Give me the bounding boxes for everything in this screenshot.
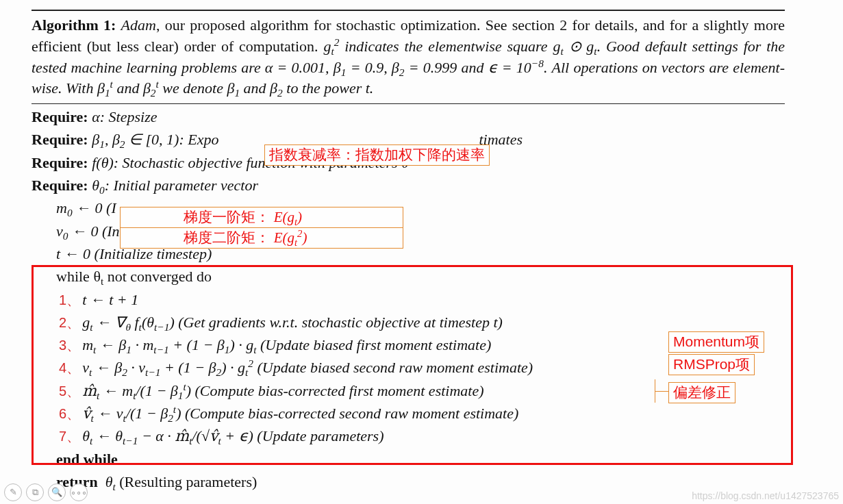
step-index: 4、	[59, 358, 80, 377]
annotation-math: E(gt2)	[274, 229, 307, 246]
algorithm-block: Algorithm 1: Adam, our proposed algorith…	[32, 10, 785, 494]
step-index: 3、	[59, 336, 80, 355]
require-keyword: Require:	[32, 175, 92, 197]
edit-button[interactable]: ✎	[4, 483, 22, 501]
step-index: 1、	[59, 290, 80, 310]
annotation-decay-rate: 指数衰减率：指数加权下降的速率	[264, 144, 490, 166]
return-line: return θt (Resulting parameters)	[32, 472, 785, 493]
step-index: 2、	[59, 313, 80, 332]
more-button[interactable]: ∘∘∘	[70, 483, 88, 501]
annotation-text: RMSProp项	[673, 356, 750, 372]
require-text: θ0: Initial parameter vector	[92, 175, 258, 197]
group-button[interactable]: ⧉	[26, 483, 44, 501]
require-line: Require: θ0: Initial parameter vector	[32, 175, 785, 197]
step-index: 6、	[59, 404, 80, 423]
pencil-icon: ✎	[10, 487, 17, 498]
init-text: m0 ← 0 (I	[56, 198, 116, 219]
annotation-connector	[655, 391, 668, 392]
annotation-text: 指数衰减率：指数加权下降的速率	[269, 147, 485, 162]
annotation-text: 梯度一阶矩：	[184, 209, 270, 225]
rule-top	[32, 10, 785, 11]
init-text: v0 ← 0 (In	[56, 221, 120, 242]
annotation-math: E(gt)	[274, 209, 302, 225]
step-text: θt ← θt−1 − α · m̂t/(√v̂t + ϵ) (Update p…	[82, 426, 383, 447]
zoom-button[interactable]: 🔍	[48, 483, 66, 501]
annotation-bias-correction: 偏差修正	[668, 382, 735, 403]
loop-step: 6、v̂t ← vt/(1 − β2t) (Compute bias-corre…	[32, 403, 785, 425]
require-text: β1, β2 ∈ [0, 1): Expo	[92, 129, 218, 151]
page-root: Algorithm 1: Adam, our proposed algorith…	[0, 0, 843, 504]
require-line: Require: α: Stepsize	[32, 107, 785, 128]
step-index: 7、	[59, 427, 80, 446]
algorithm-name: Adam	[121, 16, 156, 34]
annotation-first-moment: 梯度一阶矩： E(gt)	[120, 207, 403, 228]
bottom-toolbar: ✎ ⧉ 🔍 ∘∘∘	[4, 483, 88, 501]
step-text: v̂t ← vt/(1 − β2t) (Compute bias-correct…	[82, 403, 518, 425]
step-index: 5、	[59, 381, 80, 401]
annotation-second-moment: 梯度二阶矩： E(gt2)	[120, 227, 403, 249]
while-line: while θt not converged do	[32, 266, 785, 288]
annotation-connector	[655, 379, 655, 403]
step-text: m̂t ← mt/(1 − β1t) (Compute bias-correct…	[82, 381, 483, 402]
annotation-text: 偏差修正	[673, 384, 731, 400]
algorithm-caption: Algorithm 1: Adam, our proposed algorith…	[32, 15, 785, 99]
ellipsis-icon: ∘∘∘	[71, 487, 87, 498]
watermark: https://blog.csdn.net/u1427523765	[692, 490, 839, 501]
squares-icon: ⧉	[32, 487, 38, 498]
step-text: vt ← β2 · vt−1 + (1 − β2) · gt2 (Update …	[82, 357, 533, 379]
step-text: t ← t + 1	[82, 290, 138, 311]
annotation-momentum: Momentum项	[668, 331, 764, 353]
magnifier-icon: 🔍	[51, 487, 62, 498]
while-text: while θt not converged do	[56, 266, 212, 288]
endwhile-line: end while	[32, 449, 785, 470]
rule-mid	[32, 103, 785, 104]
loop-step: 2、gt ← ∇θ ft(θt−1) (Get gradients w.r.t.…	[32, 312, 785, 333]
step-text: mt ← β1 · mt−1 + (1 − β1) · gt (Update b…	[82, 335, 491, 356]
annotation-text: 梯度二阶矩：	[184, 229, 270, 245]
require-keyword: Require:	[32, 107, 92, 128]
require-keyword: Require:	[32, 129, 92, 151]
step-text: gt ← ∇θ ft(θt−1) (Get gradients w.r.t. s…	[82, 312, 503, 333]
loop-step: 1、t ← t + 1	[32, 290, 785, 311]
annotation-text: Momentum项	[673, 333, 759, 349]
require-keyword: Require:	[32, 153, 92, 174]
loop-step: 7、θt ← θt−1 − α · m̂t/(√v̂t + ϵ) (Update…	[32, 426, 785, 447]
algorithm-number: Algorithm 1:	[32, 16, 116, 34]
annotation-rmsprop: RMSProp项	[668, 354, 755, 375]
require-text: α: Stepsize	[92, 107, 157, 128]
endwhile-text: end while	[56, 449, 118, 470]
